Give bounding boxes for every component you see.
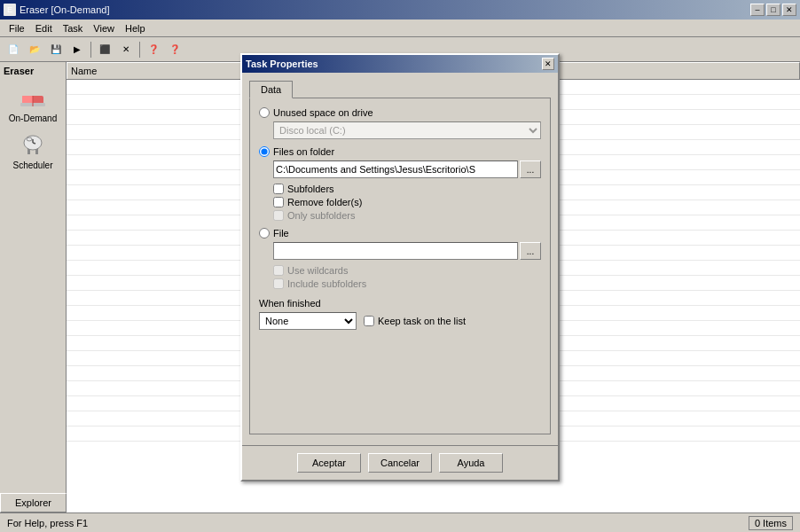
keep-task-row: Keep task on the list <box>364 316 466 326</box>
file-label: File <box>273 228 289 239</box>
include-subfolders-label: Include subfolders <box>287 278 366 289</box>
use-wildcards-row: Use wildcards <box>273 265 541 276</box>
only-subfolders-row: Only subfolders <box>273 210 541 221</box>
file-browse-button[interactable]: ... <box>520 242 541 260</box>
files-on-folder-radio[interactable] <box>259 146 270 157</box>
dialog-tabs: Data <box>249 80 551 98</box>
when-finished-row: None Restart Shutdown Log off Keep task … <box>259 312 541 330</box>
file-group: File ... Use wildcards Include subfolder… <box>259 228 541 289</box>
remove-folder-row: Remove folder(s) <box>273 197 541 207</box>
unused-space-row: Unused space on drive <box>259 107 541 118</box>
file-path-row: ... <box>273 242 541 260</box>
subfolders-row: Subfolders <box>273 184 541 194</box>
include-subfolders-row: Include subfolders <box>273 278 541 289</box>
remove-folder-label: Remove folder(s) <box>287 197 362 207</box>
file-path-input[interactable] <box>273 242 518 260</box>
remove-folder-checkbox[interactable] <box>273 197 284 207</box>
accept-button[interactable]: Aceptar <box>297 453 361 473</box>
unused-space-label: Unused space on drive <box>273 107 373 118</box>
files-on-folder-label: Files on folder <box>273 146 334 157</box>
keep-task-label: Keep task on the list <box>378 316 466 326</box>
dialog-overlay: Task Properties ✕ Data Unused space on d… <box>0 0 800 532</box>
drive-select-row: Disco local (C:) <box>273 121 541 139</box>
folder-browse-button[interactable]: ... <box>520 160 541 178</box>
help-button[interactable]: Ayuda <box>439 453 503 473</box>
tab-data-content: Unused space on drive Disco local (C:) F… <box>249 98 551 434</box>
task-properties-dialog: Task Properties ✕ Data Unused space on d… <box>240 53 560 481</box>
keep-task-checkbox[interactable] <box>364 316 374 326</box>
folder-path-row: ... <box>273 160 541 178</box>
when-finished-section: When finished None Restart Shutdown Log … <box>259 298 541 330</box>
when-finished-select[interactable]: None Restart Shutdown Log off <box>259 312 357 330</box>
unused-space-group: Unused space on drive Disco local (C:) <box>259 107 541 139</box>
subfolders-label: Subfolders <box>287 184 334 194</box>
file-radio[interactable] <box>259 228 270 239</box>
only-subfolders-label: Only subfolders <box>287 210 355 221</box>
dialog-buttons: Aceptar Cancelar Ayuda <box>242 445 558 480</box>
tab-data[interactable]: Data <box>249 81 293 98</box>
folder-path-input[interactable] <box>273 160 518 178</box>
file-row: File <box>259 228 541 239</box>
cancel-button[interactable]: Cancelar <box>368 453 432 473</box>
files-on-folder-row: Files on folder <box>259 146 541 157</box>
files-on-folder-group: Files on folder ... Subfolders Remove fo… <box>259 146 541 221</box>
dialog-title-bar: Task Properties ✕ <box>242 55 558 73</box>
dialog-body: Data Unused space on drive Disco local (… <box>242 73 558 442</box>
unused-space-radio[interactable] <box>259 107 270 118</box>
dialog-close-button[interactable]: ✕ <box>542 58 554 70</box>
drive-select[interactable]: Disco local (C:) <box>273 121 541 139</box>
dialog-title: Task Properties <box>246 59 318 69</box>
use-wildcards-label: Use wildcards <box>287 265 348 276</box>
include-subfolders-checkbox[interactable] <box>273 278 284 289</box>
only-subfolders-checkbox[interactable] <box>273 210 284 221</box>
subfolders-checkbox[interactable] <box>273 184 284 194</box>
use-wildcards-checkbox[interactable] <box>273 265 284 276</box>
when-finished-label: When finished <box>259 298 541 309</box>
